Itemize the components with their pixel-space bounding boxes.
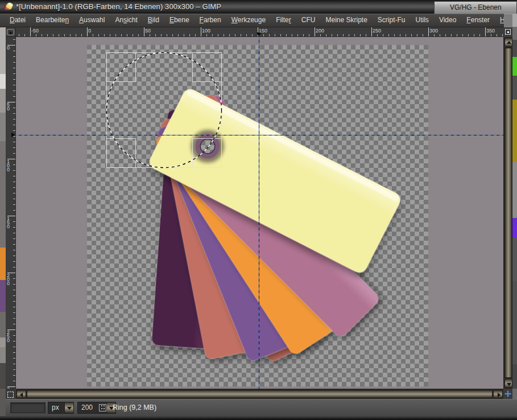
h-ruler-label: 300: [429, 28, 438, 34]
vertical-scrollbar[interactable]: [503, 37, 512, 389]
center-dot-icon: [507, 31, 509, 33]
layers-window-sliver: [512, 14, 517, 416]
window-sliver-segment: [0, 389, 6, 416]
window-sliver-segment: [0, 248, 6, 280]
window-bottom-edge[interactable]: [0, 416, 517, 420]
gimp-window: *[Unbenannt]-1.0 (RGB-Farben, 14 Ebenen)…: [0, 0, 517, 420]
status-message: Ring (9,2 MB): [113, 403, 156, 411]
menubar: DateiBearbeitenAuswahlAnsichtBildEbeneFa…: [0, 14, 504, 27]
navigation-preview-button[interactable]: [503, 389, 512, 399]
v-ruler-label: 0: [7, 46, 12, 50]
v-ruler-label: 2 0 0: [7, 274, 12, 286]
horizontal-ruler[interactable]: -50050100150200250300350: [16, 27, 503, 37]
horizontal-guide[interactable]: [16, 135, 503, 135]
vertical-scrollbar-thumb[interactable]: [504, 48, 512, 378]
window-sliver-segment: [0, 337, 6, 347]
window-sliver-segment: [512, 100, 517, 162]
horizontal-scrollbar[interactable]: [16, 389, 503, 399]
layers-panel-titlebar[interactable]: VG/HG - Ebenen: [434, 1, 517, 14]
window-sliver-segment: [0, 27, 6, 74]
play-triangle-icon: [10, 31, 13, 35]
h-ruler-label: 250: [373, 28, 381, 34]
quick-mask-toggle[interactable]: [6, 389, 16, 399]
ruler-corner-menu-button[interactable]: [6, 27, 16, 37]
window-sliver-segment: [0, 347, 6, 363]
scroll-down-button[interactable]: [504, 378, 512, 388]
window-sliver-segment: [512, 14, 517, 27]
toolbox-window-sliver: [0, 27, 6, 416]
window-sliver-segment: [0, 74, 6, 89]
v-ruler-pointer-marker: [11, 133, 15, 137]
h-ruler-label: 350: [486, 28, 495, 34]
unit-dropdown-button[interactable]: [64, 402, 73, 413]
cursor-position-field: [10, 402, 46, 413]
v-ruler-label: 5 0: [7, 103, 12, 111]
window-sliver-segment: [512, 162, 517, 218]
menu-auswahl[interactable]: Auswahl: [74, 14, 110, 27]
right-arrow-icon: [498, 393, 501, 397]
canvas-viewport[interactable]: [16, 37, 503, 389]
menu-bearbeiten[interactable]: Bearbeiten: [31, 14, 74, 27]
horizontal-scrollbar-thumb[interactable]: [27, 390, 493, 398]
window-sliver-segment: [0, 141, 6, 248]
dropdown-arrow-icon: [67, 407, 72, 410]
zoom-preview-icon: [99, 404, 106, 411]
quick-mask-icon: [7, 392, 14, 398]
window-sliver-segment: [0, 280, 6, 312]
scroll-right-button[interactable]: [493, 390, 503, 398]
down-arrow-icon: [507, 383, 511, 386]
menu-datei[interactable]: Datei: [5, 14, 31, 27]
window-sliver-segment: [512, 57, 517, 76]
h-ruler-label: -50: [31, 28, 39, 34]
v-ruler-label: 1 0 0: [7, 160, 12, 172]
window-sliver-segment: [0, 312, 6, 337]
unit-value: px: [48, 402, 64, 413]
unit-select[interactable]: px: [48, 402, 74, 414]
menu-ebene[interactable]: Ebene: [164, 14, 195, 27]
v-ruler-label: 1 5 0: [7, 217, 12, 229]
window-sliver-segment: [512, 281, 517, 364]
zoom-control[interactable]: 200: [77, 402, 116, 414]
ruler-corner-button-frame: [7, 29, 14, 35]
canvas-image[interactable]: [87, 45, 428, 386]
zoom-value: 200: [78, 402, 99, 413]
up-arrow-icon: [507, 41, 511, 44]
titlebar[interactable]: *[Unbenannt]-1.0 (RGB-Farben, 14 Ebenen)…: [0, 0, 517, 14]
vertical-guide[interactable]: [259, 37, 259, 389]
window-sliver-segment: [512, 27, 517, 40]
statusbar: px 200 Ring (9,2 MB): [6, 399, 517, 416]
left-arrow-icon: [20, 393, 23, 397]
window-sliver-segment: [512, 238, 517, 281]
menu-meine-skripte[interactable]: Meine Skripte: [320, 14, 372, 27]
h-ruler-label: 0: [88, 28, 91, 34]
menu-script-fu[interactable]: Script-Fu: [373, 14, 411, 27]
layers-panel-title: VG/HG - Ebenen: [450, 3, 502, 11]
app-icon: [3, 2, 13, 11]
canvas-resize-toggle[interactable]: [503, 27, 512, 37]
scroll-left-button[interactable]: [16, 390, 26, 398]
menu-werkzeuge[interactable]: Werkzeuge: [226, 14, 271, 27]
menu-fenster[interactable]: Fenster: [461, 14, 495, 27]
window-sliver-segment: [512, 218, 517, 238]
v-ruler-label: 2 5 0: [7, 331, 12, 343]
h-ruler-label: 200: [316, 28, 324, 34]
window-sliver-segment: [0, 113, 6, 141]
window-title: *[Unbenannt]-1.0 (RGB-Farben, 14 Ebenen)…: [16, 2, 221, 11]
h-ruler-label: 100: [202, 28, 210, 34]
menu-video[interactable]: Video: [434, 14, 461, 27]
window-sliver-segment: [512, 40, 517, 57]
h-ruler-label: 150: [259, 28, 267, 34]
window-sliver-segment: [512, 76, 517, 100]
menu-cfu[interactable]: CFU: [296, 14, 321, 27]
navigation-cross-icon: [504, 390, 511, 397]
vertical-ruler[interactable]: 05 01 0 01 5 02 0 02 5 03 0 0: [6, 37, 16, 389]
menu-farben[interactable]: Farben: [195, 14, 226, 27]
window-sliver-segment: [512, 364, 517, 389]
h-ruler-label: 50: [145, 28, 151, 34]
window-sliver-segment: [0, 363, 6, 389]
scroll-up-button[interactable]: [504, 38, 512, 47]
menu-bild[interactable]: Bild: [143, 14, 164, 27]
menu-ansicht[interactable]: Ansicht: [110, 14, 142, 27]
menu-utils[interactable]: Utils: [411, 14, 434, 27]
menu-filter[interactable]: Filter: [271, 14, 296, 27]
